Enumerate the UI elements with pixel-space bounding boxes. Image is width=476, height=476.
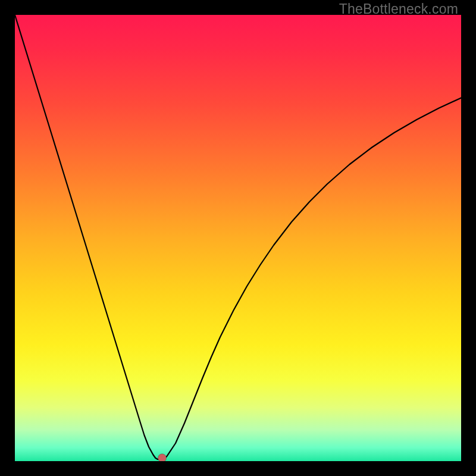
chart-frame xyxy=(15,15,461,461)
gradient-background xyxy=(15,15,461,461)
optimum-marker xyxy=(158,454,167,461)
bottleneck-chart xyxy=(15,15,461,461)
